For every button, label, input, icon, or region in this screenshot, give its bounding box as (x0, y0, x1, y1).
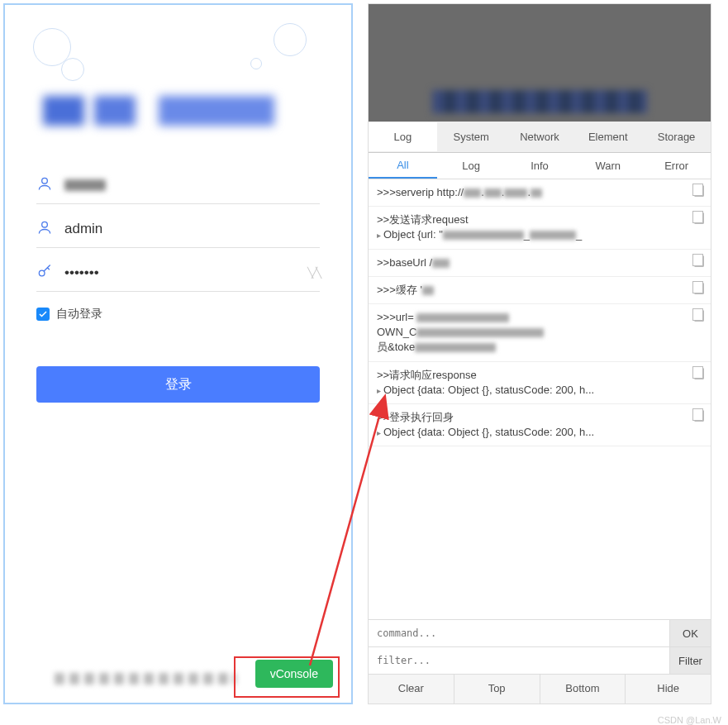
password-input[interactable] (64, 265, 297, 281)
log-entry[interactable]: >>>缓存 ' (369, 277, 711, 304)
subtab-info[interactable]: Info (506, 154, 574, 178)
log-line: >>baseUrl / (377, 255, 702, 270)
log-entry[interactable]: >>发送请求requestObject {url: "__ (369, 207, 711, 249)
copy-icon[interactable] (694, 310, 704, 322)
clear-button[interactable]: Clear (369, 675, 454, 704)
auto-login-label: 自动登录 (56, 307, 102, 322)
subtab-all[interactable]: All (369, 153, 437, 179)
login-header (36, 20, 320, 160)
copy-icon[interactable] (694, 368, 704, 379)
org-field-row (36, 160, 320, 204)
copy-icon[interactable] (694, 185, 704, 197)
log-line: >>请求响应response (377, 368, 702, 383)
app-title-obscured (43, 96, 274, 126)
vconsole-header (369, 4, 711, 122)
password-field-row: ╲╱╲ (36, 248, 320, 292)
log-entry[interactable]: >>>serverip http://... (369, 179, 711, 207)
tab-network[interactable]: Network (506, 122, 574, 151)
svg-point-1 (42, 222, 48, 227)
sub-tabs: AllLogInfoWarnError (369, 153, 711, 179)
log-line: >>>url= (377, 310, 702, 325)
log-entry[interactable]: >>登录执行回身Object {data: Object {}, statusC… (369, 404, 711, 446)
log-line: >>发送请求request (377, 212, 702, 227)
svg-point-2 (39, 270, 45, 276)
vconsole-button[interactable]: vConsole (255, 660, 333, 688)
log-line: Object {url: "__ (377, 227, 702, 242)
watermark: CSDN @Lan.W (658, 715, 721, 725)
subtab-warn[interactable]: Warn (573, 154, 642, 178)
auto-login-checkbox[interactable] (36, 308, 50, 321)
copy-icon[interactable] (694, 255, 704, 267)
log-line: Object {data: Object {}, statusCode: 200… (377, 425, 702, 440)
filter-button[interactable]: Filter (669, 647, 711, 674)
login-panel: ╲╱╲ 自动登录 登录 vConsole (3, 3, 353, 704)
command-input[interactable] (369, 620, 669, 646)
subtab-error[interactable]: Error (642, 154, 711, 178)
tab-element[interactable]: Element (573, 122, 642, 151)
copy-icon[interactable] (694, 410, 704, 422)
log-entry[interactable]: >>>url= OWN_C员&toke (369, 304, 711, 362)
log-entry[interactable]: >>请求响应responseObject {data: Object {}, s… (369, 362, 711, 404)
filter-input[interactable] (369, 647, 669, 674)
log-line: Object {data: Object {}, statusCode: 200… (377, 383, 702, 398)
filter-row: Filter (369, 646, 711, 674)
login-button[interactable]: 登录 (36, 366, 320, 403)
log-line: OWN_C (377, 325, 702, 340)
log-line: >>登录执行回身 (377, 410, 702, 425)
auto-login-row[interactable]: 自动登录 (36, 307, 320, 322)
vconsole-panel: LogSystemNetworkElementStorage AllLogInf… (368, 3, 711, 704)
log-line: >>>缓存 ' (377, 283, 702, 298)
copy-icon[interactable] (694, 212, 704, 224)
tab-system[interactable]: System (437, 122, 506, 151)
tab-log[interactable]: Log (369, 122, 437, 151)
bottom-bar: ClearTopBottomHide (369, 674, 711, 704)
org-value-obscured (64, 179, 106, 191)
hide-button[interactable]: Hide (626, 675, 711, 704)
footer-obscured (55, 673, 236, 684)
username-field-row (36, 204, 320, 248)
user-icon (36, 175, 55, 195)
ok-button[interactable]: OK (669, 620, 711, 646)
user-icon (36, 219, 55, 239)
command-row: OK (369, 619, 711, 646)
svg-point-0 (42, 178, 48, 184)
subtab-log[interactable]: Log (437, 154, 506, 178)
log-line: 员&toke (377, 340, 702, 355)
eye-closed-icon[interactable]: ╲╱╲ (307, 267, 320, 279)
tab-storage[interactable]: Storage (642, 122, 711, 151)
main-tabs: LogSystemNetworkElementStorage (369, 122, 711, 153)
log-entry[interactable]: >>baseUrl / (369, 250, 711, 277)
header-title-obscured (432, 90, 647, 113)
bottom-button[interactable]: Bottom (540, 675, 626, 704)
log-list[interactable]: >>>serverip http://...>>发送请求requestObjec… (369, 179, 711, 619)
top-button[interactable]: Top (454, 675, 540, 704)
username-input[interactable] (64, 221, 320, 237)
copy-icon[interactable] (694, 283, 704, 294)
key-icon (36, 263, 55, 283)
log-line: >>>serverip http://... (377, 185, 702, 200)
